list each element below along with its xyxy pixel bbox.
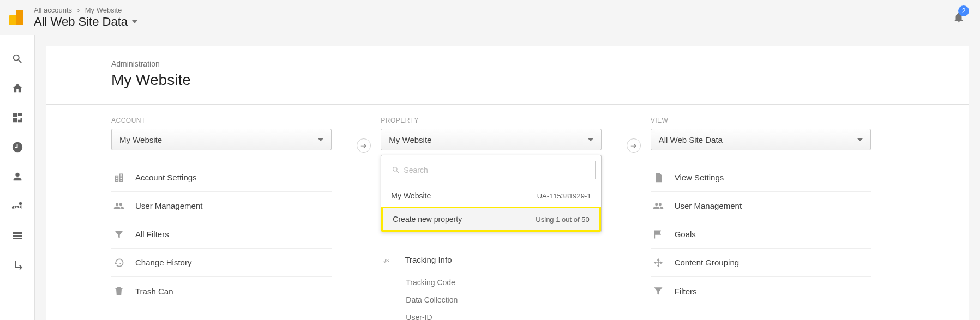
chevron-right-icon: › <box>77 6 80 14</box>
view-column: ➔ VIEW All Web Site Data View Settings <box>634 117 904 320</box>
ga-logo-icon <box>9 10 24 25</box>
property-option[interactable]: My Website UA-115381929-1 <box>381 185 600 207</box>
menu-label: Tracking Info <box>405 255 452 264</box>
nav-rail <box>0 35 35 320</box>
admin-label: Administration <box>111 59 904 68</box>
audience-icon[interactable] <box>0 162 35 191</box>
home-icon[interactable] <box>0 74 35 103</box>
caret-down-icon <box>132 20 137 23</box>
menu-label: All Filters <box>135 230 169 239</box>
property-option-id: UA-115381929-1 <box>537 192 591 200</box>
customization-icon[interactable] <box>0 103 35 132</box>
menu-label: Change History <box>135 258 191 267</box>
caret-down-icon <box>588 138 593 141</box>
breadcrumb-current[interactable]: My Website <box>85 6 122 14</box>
conversions-icon[interactable] <box>0 250 35 280</box>
building-icon <box>111 172 127 183</box>
account-selected: My Website <box>119 135 162 144</box>
funnel-icon <box>651 286 666 297</box>
create-property-label: Create new property <box>393 215 462 224</box>
filters-link[interactable]: Filters <box>651 277 871 305</box>
page-icon <box>651 172 666 183</box>
caret-down-icon <box>318 138 323 141</box>
property-option-label: My Website <box>391 191 431 200</box>
tracking-code-link[interactable]: Tracking Code <box>406 274 601 291</box>
notification-badge[interactable]: 2 <box>958 5 969 16</box>
arrow-right-icon[interactable]: ➔ <box>357 138 371 153</box>
property-selected: My Website <box>389 135 431 144</box>
property-selector[interactable]: My Website <box>381 129 601 150</box>
menu-label: User Management <box>135 201 202 210</box>
account-settings-link[interactable]: Account Settings <box>111 164 332 192</box>
svg-text:.js: .js <box>383 256 389 263</box>
create-property-meta: Using 1 out of 50 <box>536 215 589 224</box>
admin-panel: Administration My Website ACCOUNT My Web… <box>46 46 969 320</box>
breadcrumb-root[interactable]: All accounts <box>34 6 72 14</box>
account-selector[interactable]: My Website <box>111 129 332 150</box>
view-user-management-link[interactable]: User Management <box>651 192 871 220</box>
property-search[interactable] <box>387 161 595 179</box>
trash-icon <box>111 286 127 297</box>
user-management-link[interactable]: User Management <box>111 192 332 220</box>
view-selector[interactable]: All Web Site Data <box>651 129 871 150</box>
create-new-property[interactable]: Create new property Using 1 out of 50 <box>381 207 600 232</box>
menu-label: Goals <box>675 230 696 239</box>
view-section-label: VIEW <box>651 117 871 124</box>
admin-title: My Website <box>111 71 904 89</box>
grouping-icon <box>651 257 666 268</box>
people-icon <box>651 201 666 212</box>
property-section-label: PROPERTY <box>381 117 601 124</box>
tracking-sublist: Tracking Code Data Collection User-ID Se… <box>406 274 601 320</box>
content-grouping-link[interactable]: Content Grouping <box>651 249 871 277</box>
breadcrumb[interactable]: All accounts › My Website <box>34 6 137 15</box>
behavior-icon[interactable] <box>0 221 35 250</box>
funnel-icon <box>111 229 127 240</box>
caret-down-icon <box>857 138 863 141</box>
all-filters-link[interactable]: All Filters <box>111 220 332 249</box>
view-switcher[interactable]: All Web Site Data <box>34 15 137 29</box>
menu-label: Filters <box>675 287 697 296</box>
menu-label: Account Settings <box>135 173 197 182</box>
realtime-icon[interactable] <box>0 132 35 162</box>
data-collection-link[interactable]: Data Collection <box>406 291 601 309</box>
trash-can-link[interactable]: Trash Can <box>111 277 332 305</box>
search-icon <box>392 166 400 174</box>
menu-label: View Settings <box>675 173 724 182</box>
property-dropdown: My Website UA-115381929-1 Create new pro… <box>381 155 601 232</box>
view-selected: All Web Site Data <box>659 135 723 144</box>
menu-label: User Management <box>675 201 742 210</box>
people-icon <box>111 201 127 212</box>
change-history-link[interactable]: Change History <box>111 249 332 277</box>
view-settings-link[interactable]: View Settings <box>651 164 871 192</box>
arrow-right-icon[interactable]: ➔ <box>627 138 641 153</box>
divider <box>46 104 969 105</box>
app-header: All accounts › My Website All Web Site D… <box>0 0 980 35</box>
js-icon: .js <box>381 254 396 265</box>
account-section-label: ACCOUNT <box>111 117 332 124</box>
tracking-info-link[interactable]: .js Tracking Info <box>381 245 601 274</box>
user-id-link[interactable]: User-ID <box>406 309 601 320</box>
page-title: All Web Site Data <box>34 15 128 29</box>
acquisition-icon[interactable] <box>0 191 35 221</box>
menu-label: Trash Can <box>135 287 173 296</box>
menu-label: Content Grouping <box>675 258 739 267</box>
account-column: ACCOUNT My Website Account Settings User… <box>111 117 364 320</box>
property-column: ➔ PROPERTY My Website My Website U <box>364 117 634 320</box>
property-search-input[interactable] <box>404 166 590 174</box>
history-icon <box>111 257 127 268</box>
flag-icon <box>651 229 666 240</box>
search-icon[interactable] <box>0 44 35 74</box>
goals-link[interactable]: Goals <box>651 220 871 249</box>
